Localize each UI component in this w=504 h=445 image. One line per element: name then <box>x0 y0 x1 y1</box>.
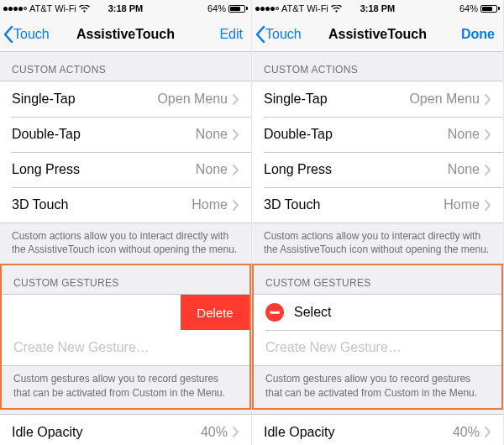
group-custom-actions: Single-Tap Open Menu Double-Tap None Lon… <box>0 81 251 223</box>
section-header-custom-gestures: CUSTOM GESTURES <box>2 265 249 294</box>
signal-dots-icon <box>3 7 27 11</box>
group-idle-opacity: Idle Opacity 40% <box>0 414 251 445</box>
gesture-row-content <box>2 295 181 330</box>
footer-custom-actions: Custom actions allow you to interact dir… <box>252 223 503 264</box>
battery-pct-label: 64% <box>459 3 478 13</box>
wifi-icon <box>331 5 342 13</box>
chevron-right-icon <box>485 165 491 175</box>
group-custom-gestures: Select Create New Gesture… <box>254 294 501 366</box>
chevron-right-icon <box>233 427 239 437</box>
screen-right: AT&T Wi-Fi 3:18 PM 64% Touch AssistiveTo… <box>252 0 504 445</box>
carrier-label: AT&T Wi-Fi <box>29 3 76 13</box>
create-new-gesture-row[interactable]: Create New Gesture… <box>254 330 501 365</box>
chevron-right-icon <box>485 427 491 437</box>
row-double-tap[interactable]: Double-Tap None <box>0 117 251 152</box>
chevron-right-icon <box>485 200 491 211</box>
section-header-custom-gestures: CUSTOM GESTURES <box>254 265 501 294</box>
group-custom-gestures: Delete Create New Gesture… <box>2 294 249 366</box>
wifi-icon <box>79 5 90 13</box>
battery-icon <box>228 5 248 13</box>
row-single-tap[interactable]: Single-Tap Open Menu <box>252 81 503 117</box>
row-long-press[interactable]: Long Press None <box>252 152 503 187</box>
row-label: Double-Tap <box>12 127 196 142</box>
row-single-tap[interactable]: Single-Tap Open Menu <box>0 81 251 117</box>
row-label: Long Press <box>12 162 196 177</box>
back-button[interactable]: Touch <box>252 26 302 43</box>
row-idle-opacity[interactable]: Idle Opacity 40% <box>252 415 503 445</box>
row-detail: None <box>448 127 480 142</box>
footer-custom-gestures: Custom gestures allow you to record gest… <box>2 366 249 407</box>
done-button[interactable]: Done <box>461 27 495 42</box>
chevron-left-icon <box>3 26 13 43</box>
row-label: Create New Gesture… <box>13 340 238 355</box>
chevron-right-icon <box>485 94 491 105</box>
gesture-row-edit[interactable]: Select <box>254 295 501 330</box>
chevron-left-icon <box>255 26 265 43</box>
section-header-custom-actions: CUSTOM ACTIONS <box>252 52 503 81</box>
highlight-custom-gestures: CUSTOM GESTURES Delete Create New Gestur… <box>0 264 251 409</box>
row-label: Long Press <box>264 162 448 177</box>
screen-left: AT&T Wi-Fi 3:18 PM 64% Touch AssistiveTo… <box>0 0 252 445</box>
nav-bar: Touch AssistiveTouch Done <box>252 17 503 52</box>
clock: 3:18 PM <box>360 3 396 13</box>
footer-custom-actions: Custom actions allow you to interact dir… <box>0 223 251 264</box>
row-idle-opacity[interactable]: Idle Opacity 40% <box>0 415 251 445</box>
row-label: Idle Opacity <box>264 425 453 440</box>
row-3d-touch[interactable]: 3D Touch Home <box>0 187 251 222</box>
group-idle-opacity: Idle Opacity 40% <box>252 414 503 445</box>
row-double-tap[interactable]: Double-Tap None <box>252 117 503 152</box>
row-3d-touch[interactable]: 3D Touch Home <box>252 187 503 222</box>
row-label: Single-Tap <box>12 92 157 107</box>
row-detail: 40% <box>453 425 480 440</box>
gesture-name-label: Select <box>294 305 490 320</box>
row-detail: None <box>448 162 480 177</box>
row-label: Create New Gesture… <box>265 340 490 355</box>
signal-dots-icon <box>255 7 279 11</box>
section-header-custom-actions: CUSTOM ACTIONS <box>0 52 251 81</box>
status-bar: AT&T Wi-Fi 3:18 PM 64% <box>252 0 503 17</box>
row-detail: Open Menu <box>157 92 228 107</box>
clock: 3:18 PM <box>108 3 144 13</box>
create-new-gesture-row[interactable]: Create New Gesture… <box>2 330 249 365</box>
row-detail: Home <box>192 197 228 212</box>
edit-button[interactable]: Edit <box>219 27 243 42</box>
row-label: Idle Opacity <box>12 425 201 440</box>
chevron-right-icon <box>233 165 239 175</box>
highlight-custom-gestures: CUSTOM GESTURES Select Create New Gestur… <box>252 264 503 409</box>
status-bar: AT&T Wi-Fi 3:18 PM 64% <box>0 0 251 17</box>
row-detail: 40% <box>201 425 228 440</box>
row-detail: None <box>196 127 228 142</box>
battery-fill <box>230 7 240 11</box>
delete-button[interactable]: Delete <box>181 295 249 330</box>
delete-minus-icon[interactable] <box>265 303 284 322</box>
chevron-right-icon <box>485 129 491 140</box>
row-label: 3D Touch <box>12 197 192 212</box>
battery-pct-label: 64% <box>207 3 226 13</box>
row-detail: Open Menu <box>409 92 480 107</box>
battery-icon <box>480 5 500 13</box>
carrier-label: AT&T Wi-Fi <box>281 3 328 13</box>
gesture-row-swiped[interactable]: Delete <box>2 295 249 330</box>
chevron-right-icon <box>233 129 239 140</box>
group-custom-actions: Single-Tap Open Menu Double-Tap None Lon… <box>252 81 503 223</box>
row-label: Double-Tap <box>264 127 448 142</box>
row-detail: None <box>196 162 228 177</box>
row-detail: Home <box>444 197 480 212</box>
back-button[interactable]: Touch <box>0 26 50 43</box>
footer-custom-gestures: Custom gestures allow you to record gest… <box>254 366 501 407</box>
row-label: Single-Tap <box>264 92 409 107</box>
back-label: Touch <box>13 27 50 42</box>
back-label: Touch <box>265 27 302 42</box>
nav-bar: Touch AssistiveTouch Edit <box>0 17 251 52</box>
row-long-press[interactable]: Long Press None <box>0 152 251 187</box>
chevron-right-icon <box>233 200 239 211</box>
row-label: 3D Touch <box>264 197 444 212</box>
chevron-right-icon <box>233 94 239 105</box>
